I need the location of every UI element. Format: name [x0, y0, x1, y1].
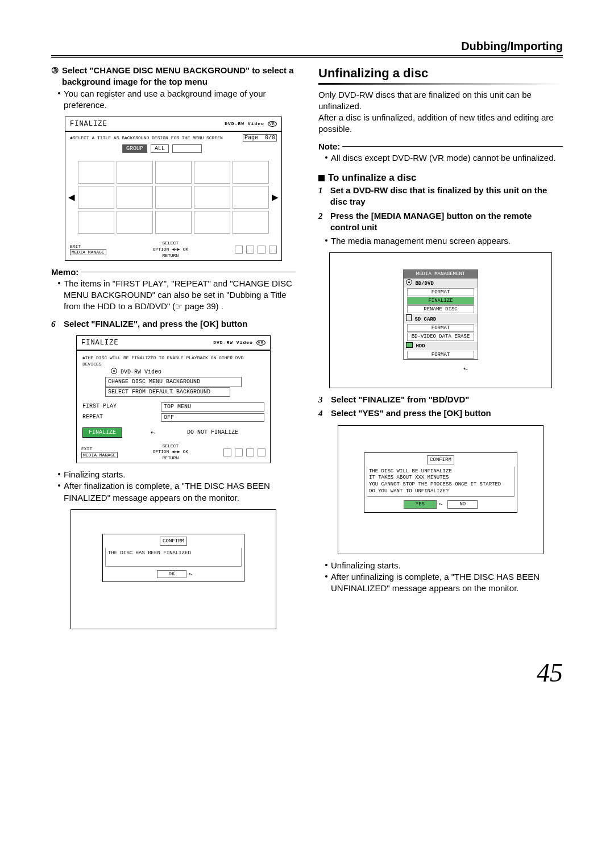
confirm-unfinalize-screenshot: CONFIRM THE DISC WILL BE UNFINALIZE IT T…: [338, 425, 544, 554]
step-1-num: 1: [318, 185, 326, 208]
select-default-bg-row[interactable]: SELECT FROM DEFAULT BACKGROUND: [105, 387, 230, 397]
bullet-icon: [58, 92, 60, 94]
step-6-num: 6: [51, 318, 59, 330]
bullet-icon: [325, 564, 327, 566]
note-heading: Note:: [318, 141, 342, 152]
step-2-num: 2: [318, 210, 326, 234]
ok-label: OK: [182, 449, 188, 454]
select-label: SELECT: [162, 240, 179, 246]
first-play-label: FIRST PLAY: [82, 402, 156, 412]
memo-text: The items in "FIRST PLAY", "REPEAT" and …: [64, 278, 296, 313]
step-3-text: Select "CHANGE DISC MENU BACKGROUND" to …: [62, 65, 296, 88]
all-button[interactable]: ALL: [151, 144, 169, 153]
color-buttons: [235, 246, 277, 254]
shot2-badge: DVD-RW Video: [213, 340, 253, 345]
unfinalize-p1: Only DVD-RW discs that are finalized on …: [318, 89, 563, 113]
cfm-l2: IT TAKES ABOUT XXX MINUTES: [369, 475, 512, 481]
exit-label: EXIT: [81, 446, 92, 451]
unfinalize-p2: After a disc is unfinalized, addition of…: [318, 112, 563, 135]
media-manage-button[interactable]: MEDIA MANAGE: [70, 249, 106, 255]
step-2-text: Press the [MEDIA MANAGE] button on the r…: [330, 210, 563, 234]
ok-label: OK: [182, 247, 188, 252]
shot1-title: FINALIZE: [70, 119, 107, 128]
confirm-ok-button[interactable]: OK: [157, 570, 187, 578]
prev-arrow-icon[interactable]: ◀: [69, 161, 74, 234]
note-text: All discs except DVD-RW (VR mode) cannot…: [331, 152, 556, 164]
cursor-icon: ↖: [149, 428, 157, 437]
grad-rule: [318, 83, 563, 85]
unfinalize-complete: After unfinalizing is complete, a "THE D…: [331, 571, 563, 595]
mm-group-bddvd: BD/DVD: [404, 279, 478, 288]
return-label: RETURN: [162, 455, 179, 460]
bullet-icon: [325, 575, 327, 578]
group-button[interactable]: GROUP: [122, 144, 147, 153]
cfm-l3: YOU CANNOT STOP THE PROCESS ONCE IT STAR…: [369, 481, 512, 488]
media-manage-button[interactable]: MEDIA MANAGE: [81, 452, 118, 458]
mm-group-sd: SD CARD: [404, 314, 478, 323]
sd-icon: [406, 314, 412, 321]
unfinalize-heading: Unfinalizing a disc: [318, 65, 563, 82]
step-3-note: You can register and use a background im…: [64, 88, 296, 111]
section-header: Dubbing/Importing: [51, 40, 563, 53]
square-icon: [318, 175, 325, 181]
step-1-text: Set a DVD-RW disc that is finalized by t…: [330, 185, 563, 208]
step-2-after: The media management menu screen appears…: [331, 235, 511, 247]
step-3-num: 3: [318, 394, 326, 405]
return-label: RETURN: [162, 253, 179, 258]
page-box: Page 0/0: [243, 134, 277, 142]
page-number: 45: [51, 658, 563, 688]
repeat-value[interactable]: OFF: [161, 413, 264, 422]
repeat-label: REPEAT: [82, 413, 156, 422]
step-4-text: Select "YES" and press the [OK] button: [331, 408, 491, 419]
disc-type-label: DVD-RW Video: [121, 369, 161, 375]
confirm-title: CONFIRM: [427, 455, 454, 464]
confirm-msg: THE DISC HAS BEEN FINALIZED: [105, 548, 242, 567]
mm-sd-format[interactable]: FORMAT: [407, 324, 474, 332]
mm-format[interactable]: FORMAT: [407, 288, 474, 296]
hdd-icon: [406, 342, 413, 348]
change-bg-row[interactable]: CHANGE DISC MENU BACKGROUND: [105, 377, 242, 387]
cfm-l4: DO YOU WANT TO UNFINALIZE?: [369, 488, 512, 495]
shot1-badge: DVD-RW Video: [225, 121, 264, 126]
memo-heading: Memo:: [51, 267, 81, 278]
select-label: SELECT: [162, 443, 179, 448]
subheading: To unfinalize a disc: [318, 172, 563, 185]
bullet-icon: [58, 484, 60, 487]
yes-button[interactable]: YES: [404, 500, 437, 508]
mm-rename-disc[interactable]: RENAME DISC: [407, 305, 474, 313]
first-play-value[interactable]: TOP MENU: [161, 402, 264, 412]
color-buttons: [223, 448, 265, 456]
finalize-thumbs-screenshot: FINALIZE DVD-RW Video VR ✱SELECT A TITLE…: [65, 117, 282, 261]
cursor-icon: ↖: [437, 500, 444, 509]
finalize-settings-screenshot: FINALIZE DVD-RW Video VR ✱THE DISC WILL …: [76, 335, 271, 463]
mm-finalize[interactable]: FINALIZE: [407, 297, 474, 305]
step-4-num: 4: [318, 408, 326, 419]
unfinalize-starts: Unfinalizing starts.: [331, 560, 401, 571]
cfm-l1: THE DISC WILL BE UNFINALIZE: [369, 468, 512, 475]
next-arrow-icon[interactable]: ▶: [272, 161, 278, 234]
media-management-screenshot: MEDIA MANAGEMENT BD/DVD FORMAT FINALIZE …: [329, 252, 552, 388]
thin-rule: [51, 57, 563, 58]
option-label: OPTION: [153, 449, 169, 454]
bullet-icon: [325, 156, 327, 159]
thumbnail-grid: [78, 161, 269, 234]
disc-icon: [406, 279, 412, 285]
left-column: ③ Select "CHANGE DISC MENU BACKGROUND" t…: [51, 65, 296, 635]
right-column: Unfinalizing a disc Only DVD-RW discs th…: [318, 65, 563, 635]
step-6-text: Select "FINALIZE", and press the [OK] bu…: [64, 318, 247, 330]
no-button[interactable]: NO: [447, 500, 478, 508]
do-not-finalize-button[interactable]: DO NOT FINALIZE: [184, 428, 242, 437]
exit-label: EXIT: [70, 244, 81, 249]
bullet-icon: [325, 239, 327, 242]
finalize-button[interactable]: FINALIZE: [82, 427, 122, 438]
finalize-starts: Finalizing starts.: [64, 469, 125, 480]
bullet-icon: [58, 282, 60, 284]
option-label: OPTION: [153, 247, 169, 252]
step-3-text: Select "FINALIZE" from "BD/DVD": [331, 394, 469, 405]
shot2-note: ✱THE DISC WILL BE FINALIZED TO ENABLE PL…: [82, 355, 264, 368]
mm-bd-video-erase[interactable]: BD-VIDEO DATA ERASE: [407, 333, 474, 340]
shot2-title: FINALIZE: [81, 338, 119, 347]
bullet-icon: [58, 473, 60, 475]
mm-hdd-format[interactable]: FORMAT: [407, 351, 474, 359]
shot1-note: ✱SELECT A TITLE AS BACKGROUND DESIGN FOR…: [70, 135, 223, 142]
